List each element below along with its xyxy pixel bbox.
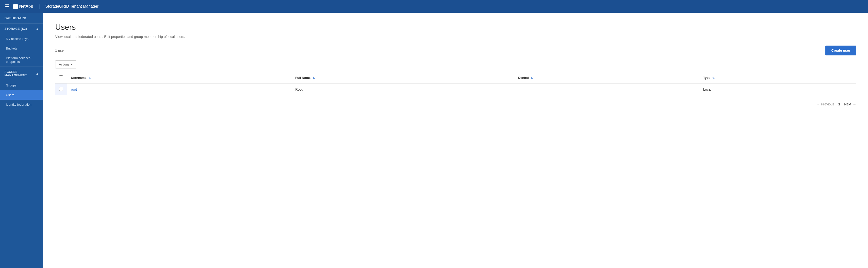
denied-cell xyxy=(514,83,699,95)
logo-box: n xyxy=(13,4,18,9)
pagination: ← Previous 1 Next → xyxy=(55,102,856,106)
denied-sort-icon[interactable]: ⇅ xyxy=(531,77,533,80)
username-sort-icon[interactable]: ⇅ xyxy=(88,77,91,80)
row-checkbox-cell xyxy=(55,83,67,95)
next-label: Next xyxy=(844,102,851,106)
col-type: Type ⇅ xyxy=(699,72,856,83)
username-cell: root xyxy=(67,83,291,95)
sidebar-item-groups[interactable]: Groups xyxy=(0,81,43,90)
current-page: 1 xyxy=(838,102,840,106)
fullname-cell: Root xyxy=(291,83,514,95)
toolbar-row: 1 user Create user xyxy=(55,46,856,55)
next-button[interactable]: Next → xyxy=(844,102,856,106)
sidebar-section-access-management[interactable]: ACCESS MANAGEMENT ▲ xyxy=(0,66,43,81)
sidebar-section-storage[interactable]: STORAGE (S3) ▲ xyxy=(0,23,43,34)
left-arrow-icon: ← xyxy=(816,102,819,106)
page-title: Users xyxy=(55,23,856,32)
sidebar-item-buckets[interactable]: Buckets xyxy=(0,43,43,53)
chevron-up-icon-access: ▲ xyxy=(36,72,39,76)
right-arrow-icon: → xyxy=(853,102,856,106)
actions-label: Actions xyxy=(59,63,69,66)
table-header: Username ⇅ Full Name ⇅ Denied ⇅ Type ⇅ xyxy=(55,72,856,83)
type-cell: Local xyxy=(699,83,856,95)
sidebar-item-dashboard[interactable]: DASHBOARD xyxy=(0,13,43,23)
users-table: Username ⇅ Full Name ⇅ Denied ⇅ Type ⇅ xyxy=(55,72,856,95)
hamburger-icon[interactable]: ☰ xyxy=(5,3,9,9)
sidebar-item-my-access-keys[interactable]: My access keys xyxy=(0,34,43,43)
actions-dropdown-button[interactable]: Actions ▾ xyxy=(55,60,76,68)
select-all-checkbox[interactable] xyxy=(59,76,63,79)
create-user-button[interactable]: Create user xyxy=(826,46,856,55)
fullname-sort-icon[interactable]: ⇅ xyxy=(313,77,315,80)
user-count: 1 user xyxy=(55,49,65,53)
row-checkbox[interactable] xyxy=(59,87,63,91)
username-link[interactable]: root xyxy=(71,87,77,91)
logo-area: n NetApp | StorageGRID Tenant Manager xyxy=(13,4,98,9)
table-header-row: Username ⇅ Full Name ⇅ Denied ⇅ Type ⇅ xyxy=(55,72,856,83)
top-header: ☰ n NetApp | StorageGRID Tenant Manager xyxy=(0,0,868,13)
select-all-column xyxy=(55,72,67,83)
previous-button[interactable]: ← Previous xyxy=(816,102,834,106)
netapp-logo: n NetApp xyxy=(13,4,33,9)
col-fullname: Full Name ⇅ xyxy=(291,72,514,83)
col-username: Username ⇅ xyxy=(67,72,291,83)
col-denied: Denied ⇅ xyxy=(514,72,699,83)
table-body: root Root Local xyxy=(55,83,856,95)
previous-label: Previous xyxy=(821,102,834,106)
content-area: Users View local and federated users. Ed… xyxy=(43,13,868,268)
type-sort-icon[interactable]: ⇅ xyxy=(712,77,715,80)
sidebar-item-users[interactable]: Users xyxy=(0,90,43,100)
app-title: StorageGRID Tenant Manager xyxy=(45,4,98,9)
page-description: View local and federated users. Edit pro… xyxy=(55,35,856,39)
main-layout: DASHBOARD STORAGE (S3) ▲ My access keys … xyxy=(0,13,868,268)
actions-chevron-icon: ▾ xyxy=(71,63,73,66)
logo-text: NetApp xyxy=(19,4,33,9)
sidebar: DASHBOARD STORAGE (S3) ▲ My access keys … xyxy=(0,13,43,268)
table-row: root Root Local xyxy=(55,83,856,95)
header-divider: | xyxy=(39,4,40,9)
chevron-up-icon: ▲ xyxy=(36,27,39,31)
sidebar-item-platform-services[interactable]: Platform services endpoints xyxy=(0,53,43,66)
sidebar-item-identity-federation[interactable]: Identity federation xyxy=(0,100,43,109)
